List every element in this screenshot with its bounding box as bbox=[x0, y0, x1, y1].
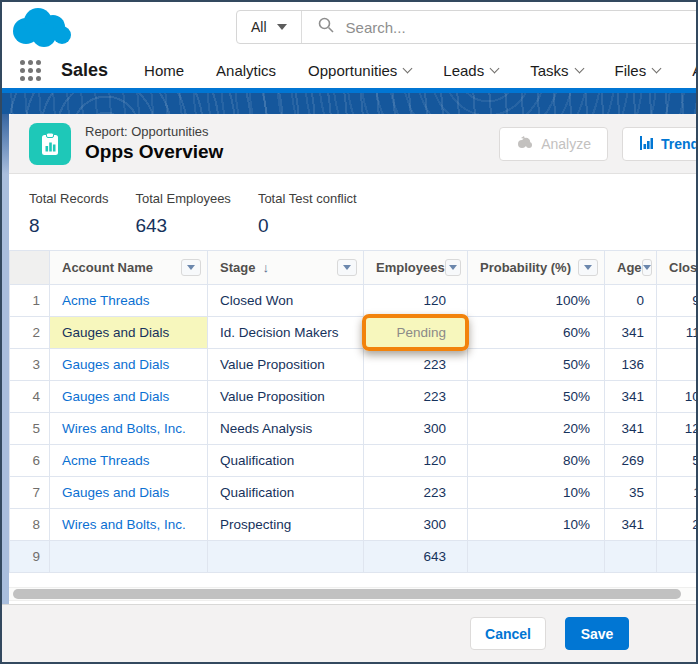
column-menu-icon[interactable] bbox=[642, 259, 652, 276]
summary-metrics: Total Records 8 Total Employees 643 Tota… bbox=[9, 174, 696, 250]
close-date-cell: 11/ bbox=[657, 477, 698, 509]
footer-bar: Cancel Save bbox=[2, 604, 696, 662]
column-header-probability[interactable]: Probability (%) bbox=[468, 251, 605, 285]
nav-item-leads[interactable]: Leads bbox=[443, 62, 498, 79]
close-date-cell: 10/2 bbox=[657, 381, 698, 413]
employees-cell: 120 bbox=[364, 445, 468, 477]
table-row: 3 Gauges and Dials Value Proposition 223… bbox=[10, 349, 698, 381]
sort-desc-icon: ↓ bbox=[262, 260, 269, 275]
close-date-cell bbox=[657, 541, 698, 573]
probability-cell: 50% bbox=[468, 381, 605, 413]
chevron-down-icon bbox=[490, 63, 500, 73]
age-cell: 341 bbox=[605, 509, 657, 541]
column-header-account-name[interactable]: Account Name bbox=[50, 251, 208, 285]
stage-cell: Qualification bbox=[208, 477, 364, 509]
app-window: All Sales Home Analytics bbox=[0, 0, 698, 664]
column-header-stage[interactable]: Stage ↓ bbox=[208, 251, 364, 285]
row-number: 7 bbox=[10, 477, 50, 509]
probability-cell: 10% bbox=[468, 509, 605, 541]
global-search: All bbox=[236, 10, 698, 44]
column-menu-icon[interactable] bbox=[181, 259, 201, 276]
table-row: 4 Gauges and Dials Value Proposition 223… bbox=[10, 381, 698, 413]
column-menu-icon[interactable] bbox=[337, 259, 357, 276]
row-number: 2 bbox=[10, 317, 50, 349]
column-menu-icon[interactable] bbox=[578, 259, 598, 276]
row-number: 3 bbox=[10, 349, 50, 381]
search-input[interactable] bbox=[346, 19, 683, 36]
trend-button[interactable]: Trend bbox=[622, 127, 696, 161]
age-cell: 269 bbox=[605, 445, 657, 477]
app-launcher-icon[interactable] bbox=[20, 60, 41, 81]
nav-item-tasks[interactable]: Tasks bbox=[530, 62, 582, 79]
report-icon bbox=[29, 123, 71, 165]
account-name-cell[interactable]: Gauges and Dials bbox=[50, 381, 208, 413]
horizontal-scrollbar[interactable] bbox=[9, 587, 696, 601]
age-cell: 35 bbox=[605, 477, 657, 509]
scrollbar-thumb[interactable] bbox=[13, 589, 681, 599]
row-number: 9 bbox=[10, 541, 50, 573]
nav-items: Home Analytics Opportunities Leads Tasks… bbox=[144, 62, 696, 79]
account-name-cell bbox=[50, 541, 208, 573]
metric-total-records: Total Records 8 bbox=[29, 191, 108, 250]
stage-cell: Id. Decision Makers bbox=[208, 317, 364, 349]
employees-cell: 223 bbox=[364, 477, 468, 509]
column-header-age[interactable]: Age bbox=[605, 251, 657, 285]
search-scope-dropdown[interactable]: All bbox=[237, 11, 302, 43]
account-name-cell[interactable]: Gauges and Dials bbox=[50, 349, 208, 381]
row-number-header bbox=[10, 251, 50, 285]
employees-cell: Pending bbox=[364, 317, 468, 349]
row-number: 1 bbox=[10, 285, 50, 317]
close-date-cell: 5/2 bbox=[657, 445, 698, 477]
age-cell: 0 bbox=[605, 285, 657, 317]
account-name-cell[interactable]: Wires and Bolts, Inc. bbox=[50, 509, 208, 541]
close-date-cell: 2/2 bbox=[657, 509, 698, 541]
account-name-cell[interactable]: Wires and Bolts, Inc. bbox=[50, 413, 208, 445]
bar-chart-icon bbox=[639, 136, 653, 153]
nav-item-opportunities[interactable]: Opportunities bbox=[308, 62, 411, 79]
table-row: 9 643 bbox=[10, 541, 698, 573]
save-button[interactable]: Save bbox=[565, 617, 629, 650]
account-name-cell[interactable]: Gauges and Dials bbox=[50, 477, 208, 509]
stage-cell: Value Proposition bbox=[208, 349, 364, 381]
report-type-label: Report: Opportunities bbox=[85, 124, 223, 139]
close-date-cell: 9/2 bbox=[657, 285, 698, 317]
table-header-row: Account Name Stage ↓ Employees Probabili… bbox=[10, 251, 698, 285]
account-name-cell[interactable]: Acme Threads bbox=[50, 285, 208, 317]
chevron-down-icon bbox=[277, 24, 287, 30]
close-date-cell: 11/2 bbox=[657, 317, 698, 349]
table-row: 6 Acme Threads Qualification 120 80% 269… bbox=[10, 445, 698, 477]
stage-cell: Closed Won bbox=[208, 285, 364, 317]
age-cell: 341 bbox=[605, 413, 657, 445]
chevron-down-icon bbox=[574, 63, 584, 73]
column-header-close-date[interactable]: Clos bbox=[657, 251, 698, 285]
employees-cell: 120 bbox=[364, 285, 468, 317]
employees-cell: 223 bbox=[364, 349, 468, 381]
brand-band bbox=[2, 88, 696, 114]
column-header-employees[interactable]: Employees bbox=[364, 251, 468, 285]
app-name[interactable]: Sales bbox=[61, 60, 108, 81]
einstein-icon bbox=[516, 136, 533, 153]
row-number: 4 bbox=[10, 381, 50, 413]
probability-cell: 50% bbox=[468, 349, 605, 381]
column-menu-icon[interactable] bbox=[445, 259, 461, 276]
stage-cell: Qualification bbox=[208, 445, 364, 477]
row-number: 5 bbox=[10, 413, 50, 445]
nav-item-analytics[interactable]: Analytics bbox=[216, 62, 276, 79]
table-row: 5 Wires and Bolts, Inc. Needs Analysis 3… bbox=[10, 413, 698, 445]
table-row: 8 Wires and Bolts, Inc. Prospecting 300 … bbox=[10, 509, 698, 541]
stage-cell: Prospecting bbox=[208, 509, 364, 541]
nav-item-files[interactable]: Files bbox=[615, 62, 661, 79]
probability-cell bbox=[468, 541, 605, 573]
analyze-button[interactable]: Analyze bbox=[499, 127, 608, 161]
salesforce-logo-icon[interactable] bbox=[10, 5, 74, 53]
probability-cell: 60% bbox=[468, 317, 605, 349]
nav-item-truncated[interactable]: A bbox=[692, 62, 696, 79]
report-table: Account Name Stage ↓ Employees Probabili… bbox=[9, 250, 698, 573]
nav-item-home[interactable]: Home bbox=[144, 62, 184, 79]
table-row: 2 Gauges and Dials Id. Decision Makers P… bbox=[10, 317, 698, 349]
chevron-down-icon bbox=[652, 63, 662, 73]
row-number: 6 bbox=[10, 445, 50, 477]
cancel-button[interactable]: Cancel bbox=[470, 617, 546, 650]
age-cell: 136 bbox=[605, 349, 657, 381]
account-name-cell[interactable]: Acme Threads bbox=[50, 445, 208, 477]
